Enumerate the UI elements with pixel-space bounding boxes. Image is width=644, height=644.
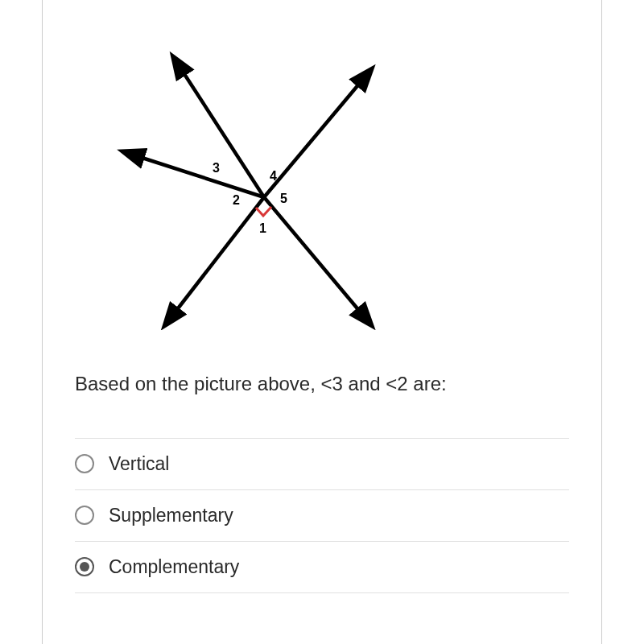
question-card: 3 4 2 5 1 Based on the picture above, <3… [42, 0, 602, 644]
option-label: Complementary [109, 556, 239, 578]
question-text: Based on the picture above, <3 and <2 ar… [43, 354, 601, 422]
lines-svg [91, 24, 413, 330]
svg-line-4 [127, 153, 264, 197]
svg-line-0 [175, 60, 264, 197]
angle-label-3: 3 [213, 161, 220, 175]
option-complementary[interactable]: Complementary [75, 541, 569, 593]
option-vertical[interactable]: Vertical [75, 438, 569, 489]
answer-options: Vertical Supplementary Complementary [43, 422, 601, 593]
radio-icon [75, 506, 94, 525]
angle-label-4: 4 [270, 169, 277, 184]
radio-icon [75, 454, 94, 473]
angle-diagram: 3 4 2 5 1 [91, 24, 413, 330]
angle-label-1: 1 [259, 221, 266, 236]
svg-line-3 [167, 197, 264, 322]
angle-label-2: 2 [233, 193, 240, 208]
diagram-area: 3 4 2 5 1 [43, 0, 601, 354]
svg-line-2 [264, 72, 369, 197]
option-label: Vertical [109, 453, 169, 475]
angle-label-5: 5 [280, 192, 287, 206]
radio-icon-selected [75, 557, 94, 576]
option-supplementary[interactable]: Supplementary [75, 489, 569, 541]
svg-line-1 [264, 197, 369, 322]
option-label: Supplementary [109, 505, 233, 526]
